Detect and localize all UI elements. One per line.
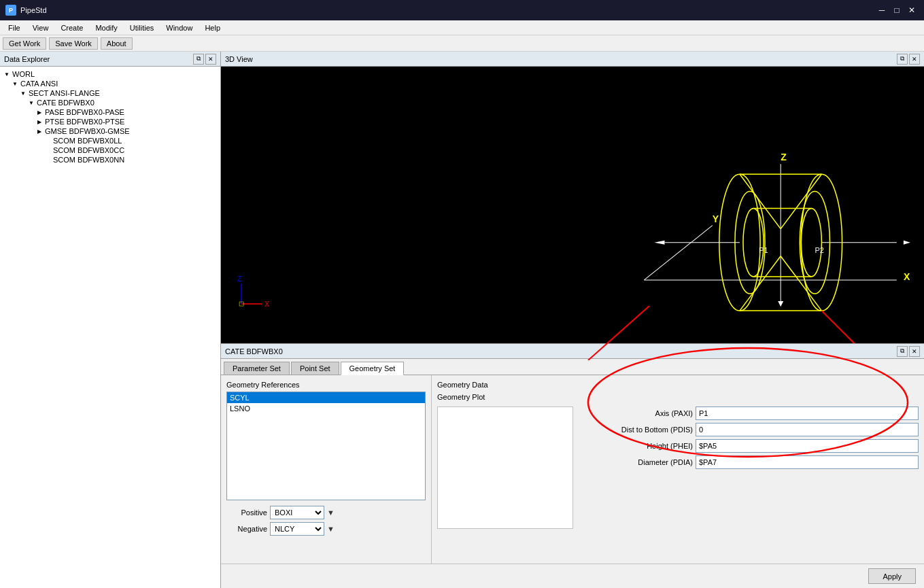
list-item-lsno[interactable]: LSNO	[227, 403, 425, 414]
positive-label: Positive	[226, 508, 267, 517]
title-bar: P PipeStd ─ □ ✕	[0, 0, 924, 20]
negative-row: Negative NLCY ▼	[226, 522, 426, 536]
tree-arrow-pase: ▶	[35, 109, 44, 116]
cate-title: CATE BDFWBX0	[225, 347, 283, 356]
positive-row: Positive BOXI ▼	[226, 506, 426, 519]
tree-item-gmse[interactable]: ▶ GMSE BDFWBX0-GMSE	[0, 126, 220, 136]
svg-text:Z: Z	[237, 275, 241, 283]
annotation-line	[821, 311, 896, 343]
tree-item-cate[interactable]: ▼ CATE BDFWBX0	[0, 98, 220, 107]
axis-y-label: Y	[713, 213, 719, 224]
field-row-height: Height (PHEI)	[584, 439, 919, 453]
minimize-button[interactable]: ─	[875, 3, 889, 17]
axis-z-label: Z	[781, 152, 787, 162]
geometry-references-label: Geometry References	[226, 381, 426, 389]
positive-dropdown-arrow[interactable]: ▼	[327, 508, 335, 517]
field-label-axis: Axis (PAXI)	[584, 409, 693, 417]
title-bar-left: P PipeStd	[5, 5, 47, 16]
tree-item-scom-nn[interactable]: SCOM BDFWBX0NN	[0, 155, 220, 165]
geometry-references-section: Geometry References SCYL LSNO Positive B…	[221, 375, 432, 564]
title-bar-controls: ─ □ ✕	[875, 3, 919, 17]
tree-item-worl[interactable]: ▼ WORL	[0, 69, 220, 79]
positive-select[interactable]: BOXI	[270, 506, 324, 519]
tab-bar: Parameter Set Point Set Geometry Set	[221, 359, 924, 375]
svg-point-14	[801, 209, 821, 277]
panel-restore-button[interactable]: ⧉	[193, 54, 204, 65]
tree-label-scom-cc: SCOM BDFWBX0CC	[52, 146, 124, 154]
panel-header-icons: ⧉ ✕	[193, 54, 216, 65]
negative-select[interactable]: NLCY	[270, 522, 324, 536]
tree-arrow-gmse: ▶	[35, 128, 44, 135]
field-input-dist[interactable]	[696, 423, 919, 436]
apply-button[interactable]: Apply	[868, 568, 916, 584]
tree-label-scom-ll: SCOM BDFWBX0LL	[52, 137, 122, 145]
tree-item-pase[interactable]: ▶ PASE BDFWBX0-PASE	[0, 107, 220, 117]
tab-point-set[interactable]: Point Set	[291, 362, 339, 375]
geometry-references-list[interactable]: SCYL LSNO	[226, 392, 426, 500]
tab-parameter-set[interactable]: Parameter Set	[224, 362, 290, 375]
menu-bar: File View Create Modify Utilities Window…	[0, 20, 924, 35]
geometry-data-label: Geometry Data	[437, 381, 919, 389]
about-button[interactable]: About	[101, 37, 133, 50]
view-3d-panel: 3D View ⧉ ✕ X	[221, 52, 924, 343]
field-label-height: Height (PHEI)	[584, 442, 693, 450]
cate-header: CATE BDFWBX0 ⧉ ✕	[221, 344, 924, 359]
tree-label-cata: CATA ANSI	[19, 80, 58, 88]
tree-view: ▼ WORL ▼ CATA ANSI ▼ SECT ANSI-FLANGE	[0, 67, 220, 588]
app-icon: P	[5, 5, 16, 16]
tree-item-ptse[interactable]: ▶ PTSE BDFWBX0-PTSE	[0, 117, 220, 126]
geometry-fields: Axis (PAXI) Dist to Bottom (PDIS) Height…	[584, 393, 919, 534]
field-label-diameter: Diameter (PDIA)	[584, 458, 693, 466]
view-3d-canvas[interactable]: X Z Z X Y	[221, 67, 924, 343]
tree-item-cata-ansi[interactable]: ▼ CATA ANSI	[0, 79, 220, 88]
svg-text:X: X	[264, 300, 269, 308]
menu-file[interactable]: File	[3, 22, 26, 33]
tree-arrow-sect: ▼	[19, 90, 27, 97]
tab-geometry-set[interactable]: Geometry Set	[341, 362, 405, 375]
menu-window[interactable]: Window	[160, 22, 198, 33]
menu-view[interactable]: View	[27, 22, 54, 33]
panel-close-button[interactable]: ✕	[205, 54, 216, 65]
get-work-button[interactable]: Get Work	[3, 37, 46, 50]
menu-help[interactable]: Help	[199, 22, 226, 33]
tree-label-gmse: GMSE BDFWBX0-GMSE	[44, 127, 130, 135]
cate-panel: CATE BDFWBX0 ⧉ ✕ Parameter Set Point Set…	[221, 343, 924, 588]
list-item-scyl[interactable]: SCYL	[227, 392, 425, 403]
field-label-dist: Dist to Bottom (PDIS)	[584, 426, 693, 434]
tree-label-scom-nn: SCOM BDFWBX0NN	[52, 156, 124, 164]
tree-label-worl: WORL	[11, 70, 35, 78]
svg-marker-26	[904, 241, 910, 245]
svg-marker-25	[654, 241, 664, 245]
menu-modify[interactable]: Modify	[90, 22, 122, 33]
tree-arrow-cate: ▼	[27, 100, 35, 106]
negative-label: Negative	[226, 525, 267, 533]
tree-item-sect[interactable]: ▼ SECT ANSI-FLANGE	[0, 88, 220, 98]
close-button[interactable]: ✕	[905, 3, 919, 17]
view-3d-svg: X Z Z X Y	[221, 67, 924, 343]
field-input-height[interactable]	[696, 439, 919, 453]
tree-arrow-cata: ▼	[11, 81, 19, 87]
view-3d-header: 3D View ⧉ ✕	[221, 52, 924, 67]
data-explorer-header: Data Explorer ⧉ ✕	[0, 52, 220, 67]
data-explorer-title: Data Explorer	[4, 55, 50, 63]
field-row-dist: Dist to Bottom (PDIS)	[584, 423, 919, 436]
maximize-button[interactable]: □	[890, 3, 904, 17]
tree-item-scom-ll[interactable]: SCOM BDFWBX0LL	[0, 136, 220, 145]
menu-create[interactable]: Create	[55, 22, 88, 33]
cate-restore-button[interactable]: ⧉	[897, 346, 908, 357]
view-3d-restore-button[interactable]: ⧉	[897, 54, 908, 65]
geometry-plot-label: Geometry Plot	[437, 393, 573, 401]
tree-arrow-worl: ▼	[3, 71, 11, 77]
content-area: Data Explorer ⧉ ✕ ▼ WORL ▼ CATA ANSI	[0, 52, 924, 588]
field-row-axis: Axis (PAXI)	[584, 407, 919, 420]
field-input-diameter[interactable]	[696, 455, 919, 469]
save-work-button[interactable]: Save Work	[49, 37, 98, 50]
view-3d-close-button[interactable]: ✕	[909, 54, 920, 65]
tree-item-scom-cc[interactable]: SCOM BDFWBX0CC	[0, 145, 220, 155]
cate-close-button[interactable]: ✕	[909, 346, 920, 357]
menu-utilities[interactable]: Utilities	[124, 22, 159, 33]
field-input-axis[interactable]	[696, 407, 919, 420]
data-explorer-panel: Data Explorer ⧉ ✕ ▼ WORL ▼ CATA ANSI	[0, 52, 221, 588]
negative-dropdown-arrow[interactable]: ▼	[327, 525, 335, 533]
cate-content: Geometry References SCYL LSNO Positive B…	[221, 375, 924, 564]
